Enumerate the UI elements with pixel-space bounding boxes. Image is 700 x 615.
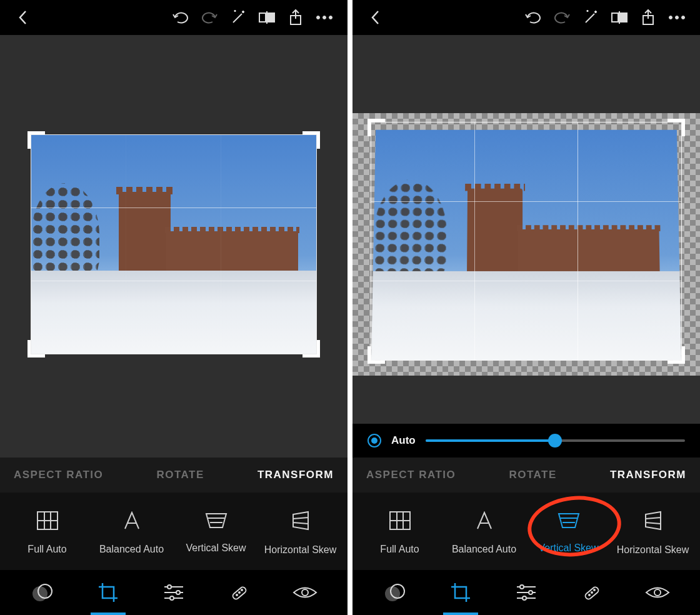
mode-tab-rotate[interactable]: ROTATE — [509, 469, 556, 481]
crop-handle-top-right[interactable] — [302, 131, 320, 149]
mode-tab-aspect-ratio[interactable]: ASPECT RATIO — [366, 469, 456, 481]
option-label: Vertical Skew — [538, 542, 598, 554]
share-button[interactable] — [281, 5, 310, 30]
nav-redeye[interactable] — [638, 575, 678, 610]
svg-point-3 — [317, 16, 320, 19]
share-button[interactable] — [634, 5, 662, 30]
svg-point-22 — [682, 16, 685, 19]
crop-frame[interactable] — [31, 135, 316, 354]
nav-heal[interactable] — [572, 575, 612, 610]
slider-thumb[interactable] — [548, 434, 562, 448]
svg-point-5 — [329, 16, 332, 19]
back-button[interactable] — [361, 5, 390, 30]
auto-radio[interactable] — [368, 434, 381, 448]
more-button[interactable] — [662, 5, 691, 30]
option-horizontal-skew[interactable]: Horizontal Skew — [611, 511, 695, 556]
svg-point-28 — [522, 596, 526, 600]
crop-handle-bottom-right[interactable] — [302, 340, 320, 358]
grid-icon — [389, 511, 411, 530]
more-button[interactable] — [310, 5, 339, 30]
back-button[interactable] — [9, 5, 38, 30]
mode-tab-transform[interactable]: TRANSFORM — [610, 469, 686, 481]
nav-adjust[interactable] — [154, 575, 194, 610]
mode-tabs: ASPECT RATIO ROTATE TRANSFORM — [352, 458, 700, 492]
vertical-skew-icon — [558, 512, 580, 529]
svg-rect-18 — [621, 13, 627, 22]
canvas-area[interactable] — [352, 35, 700, 424]
eye-icon — [645, 584, 670, 601]
looks-icon — [32, 583, 53, 602]
slider-label: Auto — [391, 434, 416, 447]
heal-icon — [229, 582, 249, 602]
more-icon — [668, 15, 686, 20]
option-full-auto[interactable]: Full Auto — [5, 511, 89, 555]
nav-crop[interactable] — [88, 575, 128, 610]
option-full-auto[interactable]: Full Auto — [358, 511, 442, 555]
canvas-area[interactable] — [0, 35, 348, 458]
option-label: Vertical Skew — [186, 542, 246, 554]
bottom-nav — [0, 570, 348, 615]
grid-icon — [37, 511, 58, 530]
editor-pane-after: Auto ASPECT RATIO ROTATE TRANSFORM Full … — [352, 0, 700, 615]
svg-point-27 — [529, 591, 532, 594]
crop-handle-top-left[interactable] — [28, 131, 45, 149]
compare-icon — [258, 10, 276, 25]
nav-looks[interactable] — [22, 575, 62, 610]
option-label: Full Auto — [380, 544, 419, 555]
chevron-left-icon — [17, 9, 29, 26]
nav-looks[interactable] — [375, 575, 415, 610]
undo-icon — [524, 10, 542, 25]
option-vertical-skew[interactable]: Vertical Skew — [174, 512, 258, 554]
photo-preview — [371, 130, 681, 360]
svg-rect-1 — [268, 13, 274, 22]
redo-icon — [200, 10, 219, 25]
crop-handle-bottom-left[interactable] — [368, 346, 385, 364]
redo-button[interactable] — [548, 5, 576, 30]
nav-adjust[interactable] — [506, 575, 546, 610]
sliders-icon — [163, 584, 184, 601]
sliders-icon — [516, 584, 537, 601]
magic-wand-icon — [229, 9, 247, 26]
compare-button[interactable] — [605, 5, 634, 30]
mode-tab-aspect-ratio[interactable]: ASPECT RATIO — [14, 469, 103, 481]
svg-point-10 — [176, 591, 180, 594]
share-icon — [641, 9, 656, 26]
crop-handle-top-left[interactable] — [368, 119, 385, 136]
crop-handle-bottom-left[interactable] — [28, 340, 45, 358]
undo-button[interactable] — [166, 5, 195, 30]
svg-point-9 — [168, 585, 171, 589]
svg-point-21 — [676, 16, 679, 19]
editor-pane-before: ASPECT RATIO ROTATE TRANSFORM Full Auto … — [0, 0, 348, 615]
option-balanced-auto[interactable]: Balanced Auto — [89, 511, 174, 555]
mode-tab-transform[interactable]: TRANSFORM — [258, 469, 334, 481]
magic-wand-icon — [582, 9, 599, 26]
redo-icon — [552, 10, 571, 25]
auto-enhance-button[interactable] — [576, 5, 605, 30]
vertical-skew-icon — [205, 512, 228, 529]
option-balanced-auto[interactable]: Balanced Auto — [442, 511, 526, 555]
redo-button[interactable] — [195, 5, 224, 30]
option-label: Horizontal Skew — [617, 544, 689, 556]
crop-frame[interactable] — [371, 122, 681, 360]
auto-enhance-button[interactable] — [224, 5, 252, 30]
option-label: Balanced Auto — [99, 544, 164, 555]
nav-heal[interactable] — [219, 575, 259, 610]
option-horizontal-skew[interactable]: Horizontal Skew — [258, 511, 342, 556]
mode-tabs: ASPECT RATIO ROTATE TRANSFORM — [0, 458, 348, 492]
option-label: Balanced Auto — [452, 544, 516, 555]
crop-handle-bottom-right[interactable] — [668, 346, 685, 364]
crop-handle-top-right[interactable] — [668, 119, 685, 136]
bottom-nav — [352, 570, 700, 615]
adjust-slider-row: Auto — [352, 424, 700, 458]
nav-crop[interactable] — [441, 575, 481, 610]
option-vertical-skew[interactable]: Vertical Skew — [526, 512, 611, 554]
svg-point-15 — [239, 592, 240, 593]
svg-point-31 — [594, 589, 595, 591]
skew-slider[interactable] — [426, 433, 685, 448]
nav-redeye[interactable] — [285, 575, 325, 610]
transform-options: Full Auto Balanced Auto Vertical Skew Ho… — [352, 492, 700, 570]
undo-button[interactable] — [519, 5, 548, 30]
compare-button[interactable] — [252, 5, 281, 30]
mode-tab-rotate[interactable]: ROTATE — [156, 469, 204, 481]
svg-point-30 — [589, 594, 590, 596]
